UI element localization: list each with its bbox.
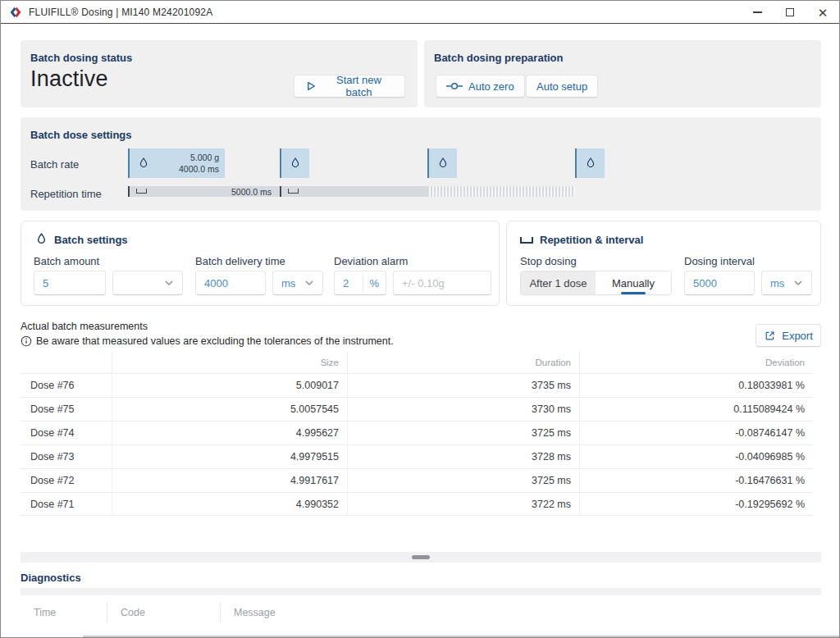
repetition-value: 5000.0 ms (128, 187, 272, 197)
table-row: Dose #75 5.0057545 3730 ms 0.115089424 % (21, 397, 813, 421)
dose-block-3[interactable] (427, 148, 457, 178)
duration-value: 3728 ms (348, 445, 580, 468)
fluigent-logo-icon (9, 6, 22, 19)
minimize-button[interactable] (741, 1, 774, 24)
titlebar: FLUIFILL® Dosing | MI140 M24201092A ✕ (1, 1, 839, 24)
batch-amount-label: Batch amount (34, 255, 99, 267)
deviation-gram-input[interactable] (394, 271, 491, 294)
batch-delivery-time-field (195, 271, 266, 295)
table-row: Dose #76 5.009017 3735 ms 0.18033981 % (21, 373, 813, 397)
info-icon (21, 335, 32, 347)
size-value: 5.009017 (112, 374, 348, 397)
dose-duration: 4000.0 ms (179, 163, 219, 175)
selected-indicator (621, 292, 646, 294)
auto-setup-label: Auto setup (536, 80, 587, 93)
duration-value: 3730 ms (348, 398, 580, 421)
diagnostics-col-message: Message (221, 602, 821, 623)
stop-manually-label: Manually (612, 277, 655, 289)
auto-setup-button[interactable]: Auto setup (526, 75, 598, 98)
diagnostics-col-time: Time (21, 602, 107, 623)
batch-delivery-unit-select[interactable]: ms (272, 271, 323, 295)
dose-label: Dose #76 (21, 374, 112, 397)
size-value: 4.990352 (112, 493, 348, 515)
dosing-interval-unit-select[interactable]: ms (761, 271, 812, 295)
header-deviation: Deviation (580, 352, 813, 373)
dose-label: Dose #73 (21, 445, 112, 468)
repetition-bar-striped (427, 186, 575, 197)
stop-dosing-label: Stop dosing (520, 255, 577, 267)
dosing-interval-field (684, 271, 755, 295)
duration-value: 3735 ms (348, 374, 580, 397)
dose-label: Dose #75 (21, 398, 112, 421)
dosing-interval-label: Dosing interval (684, 255, 755, 267)
measurements-table-header: Size Duration Deviation (21, 352, 813, 373)
repetition-interval-panel: Repetition & interval Stop dosing Dosing… (506, 221, 821, 306)
stop-after-one-dose-option[interactable]: After 1 dose (521, 271, 596, 294)
deviation-alarm-input[interactable] (335, 271, 363, 294)
duration-value: 3725 ms (348, 422, 580, 444)
measurements-table: Size Duration Deviation Dose #76 5.00901… (21, 352, 813, 516)
deviation-value: -0.08746147 % (580, 422, 813, 444)
repetition-interval-heading: Repetition & interval (540, 234, 643, 246)
deviation-unit-label: % (363, 277, 386, 289)
auto-zero-label: Auto zero (468, 80, 514, 93)
maximize-button[interactable] (774, 1, 806, 24)
stop-dosing-toggle: After 1 dose Manually (520, 271, 672, 295)
play-icon (304, 80, 317, 93)
start-new-batch-button[interactable]: Start new batch (294, 75, 405, 98)
dose-block-2[interactable] (280, 148, 309, 178)
dose-label: Dose #74 (21, 422, 112, 444)
repetition-bracket-icon (520, 237, 533, 244)
size-value: 4.9917617 (112, 469, 348, 492)
table-row: Dose #71 4.990352 3722 ms -0.19295692 % (21, 492, 813, 516)
dose-block-1[interactable]: 5.000 g 4000.0 ms (128, 148, 225, 178)
batch-settings-heading: Batch settings (54, 234, 128, 246)
batch-delivery-time-input[interactable] (196, 271, 265, 294)
stop-manually-option[interactable]: Manually (596, 271, 671, 294)
header-duration: Duration (348, 352, 580, 373)
dose-block-4[interactable] (575, 148, 605, 178)
deviation-alarm-label: Deviation alarm (334, 255, 408, 267)
batch-delivery-unit-value: ms (281, 277, 295, 289)
batch-amount-field (34, 271, 106, 295)
diagnostics-table-header: Time Code Message (21, 597, 821, 625)
maximize-icon (786, 8, 794, 16)
size-value: 5.0057545 (112, 398, 348, 421)
splitter-handle-icon (412, 555, 430, 559)
batch-rate-label: Batch rate (30, 158, 79, 171)
application-window: FLUIFILL® Dosing | MI140 M24201092A ✕ Ba… (0, 0, 840, 638)
deviation-value: -0.19295692 % (580, 493, 813, 515)
export-icon (764, 330, 776, 342)
dose-label: Dose #72 (21, 469, 112, 492)
duration-value: 3725 ms (348, 469, 580, 492)
droplet-icon (584, 157, 597, 170)
status-panel-heading: Batch dosing status (30, 52, 132, 64)
auto-zero-button[interactable]: Auto zero (436, 75, 525, 98)
droplet-icon (137, 157, 150, 170)
chevron-down-icon (164, 278, 174, 288)
batch-amount-input[interactable] (34, 271, 105, 294)
repetition-time-label: Repetition time (30, 188, 102, 200)
dose-size: 5.000 g (179, 152, 219, 163)
table-row: Dose #72 4.9917617 3725 ms -0.16476631 % (21, 468, 813, 492)
measurements-title: Actual batch measurements (21, 321, 148, 332)
deviation-gram-field (393, 271, 491, 295)
chevron-down-icon (793, 278, 803, 288)
header-size: Size (112, 352, 348, 373)
measurements-notice-text: Be aware that measured values are exclud… (36, 335, 394, 347)
batch-settings-panel: Batch settings Batch amount Batch delive… (21, 221, 500, 306)
close-button[interactable]: ✕ (806, 1, 839, 24)
size-value: 4.995627 (112, 422, 348, 444)
table-row: Dose #74 4.995627 3725 ms -0.08746147 % (21, 421, 813, 444)
droplet-icon (34, 232, 48, 246)
panel-splitter[interactable] (21, 552, 821, 563)
size-value: 4.9979515 (112, 445, 348, 468)
repetition-tick-2 (280, 186, 281, 197)
batch-amount-unit-select[interactable] (112, 271, 183, 295)
dosing-interval-input[interactable] (685, 271, 754, 294)
batch-dosing-status-panel: Batch dosing status Inactive Start new b… (21, 40, 418, 107)
deviation-value: -0.04096985 % (580, 445, 813, 468)
export-button[interactable]: Export (756, 324, 821, 347)
deviation-value: 0.115089424 % (580, 398, 813, 421)
duration-value: 3722 ms (348, 493, 580, 515)
